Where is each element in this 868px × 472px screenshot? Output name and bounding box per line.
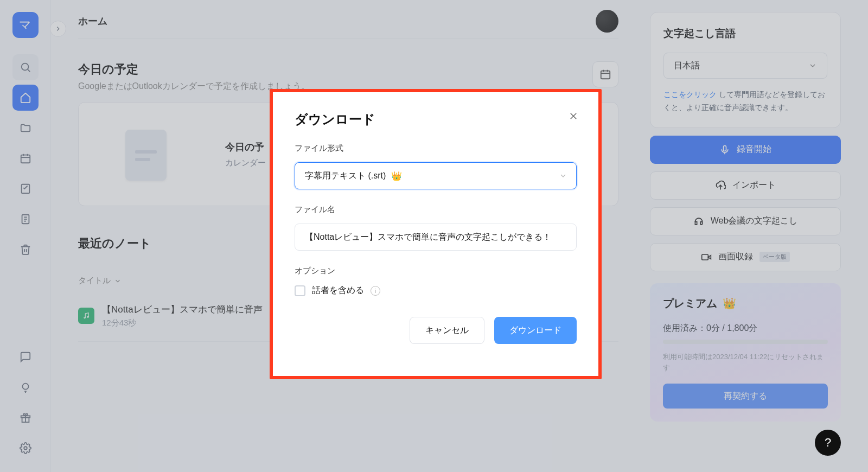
include-speakers-label: 話者を含める xyxy=(312,285,364,296)
download-modal: ダウンロード ファイル形式 字幕用テキスト (.srt) 👑 ファイル名 【No… xyxy=(270,89,602,379)
close-icon xyxy=(569,111,578,121)
cancel-button[interactable]: キャンセル xyxy=(410,317,484,344)
file-name-label: ファイル名 xyxy=(295,205,577,215)
options-label: オプション xyxy=(295,266,577,276)
file-name-input[interactable]: 【Nottaレビュー】スマホで簡単に音声の文字起こしができる！ xyxy=(295,224,577,251)
modal-close-button[interactable] xyxy=(566,109,581,124)
download-button[interactable]: ダウンロード xyxy=(494,317,577,344)
download-button-label: ダウンロード xyxy=(509,325,561,336)
file-format-select[interactable]: 字幕用テキスト (.srt) 👑 xyxy=(295,162,577,189)
chevron-down-icon xyxy=(559,171,567,180)
file-format-label: ファイル形式 xyxy=(295,143,577,154)
file-format-value: 字幕用テキスト (.srt) xyxy=(305,170,386,182)
modal-title: ダウンロード xyxy=(295,111,577,128)
include-speakers-checkbox[interactable] xyxy=(295,285,305,296)
cancel-button-label: キャンセル xyxy=(425,325,469,336)
file-name-value: 【Nottaレビュー】スマホで簡単に音声の文字起こしができる！ xyxy=(305,232,551,243)
crown-icon: 👑 xyxy=(391,171,402,181)
info-icon[interactable]: i xyxy=(371,286,380,296)
help-fab[interactable]: ? xyxy=(815,430,841,456)
question-icon: ? xyxy=(825,436,831,450)
